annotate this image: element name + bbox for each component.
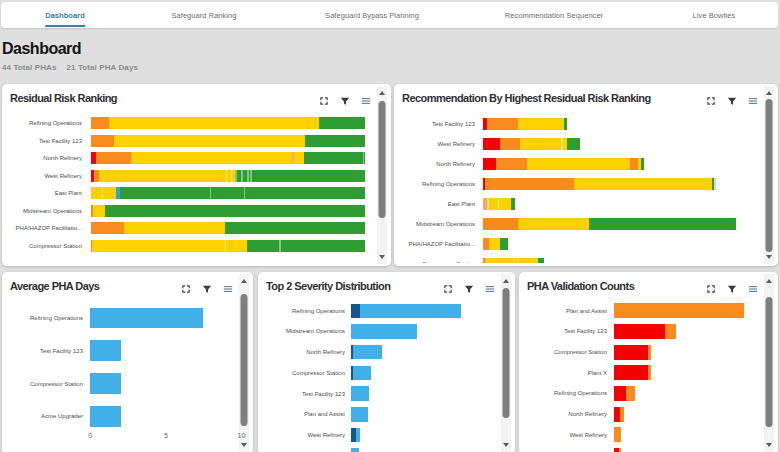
fullscreen-icon[interactable] — [443, 284, 453, 294]
bar-segment-red[interactable] — [614, 345, 649, 360]
bar-segment-lightblue[interactable] — [360, 304, 461, 319]
bar-segment-red[interactable] — [483, 158, 496, 170]
filter-icon[interactable] — [727, 96, 737, 106]
bar-segment-lightblue[interactable] — [351, 386, 369, 401]
bar-segment-lightblue[interactable] — [90, 406, 120, 427]
scroll-down-icon[interactable] — [766, 443, 772, 447]
bar-segment-lightblue[interactable] — [351, 407, 367, 422]
bar-segment-yellow[interactable] — [99, 170, 226, 182]
bar-segment-yellow[interactable] — [91, 187, 103, 199]
bar-segment-yellow[interactable] — [518, 118, 564, 130]
bar-segment-orange[interactable] — [665, 324, 677, 339]
bar-segment-yellow[interactable] — [109, 117, 318, 129]
scrollbar-thumb[interactable] — [766, 297, 773, 427]
bar-segment-lightblue[interactable] — [353, 345, 382, 360]
card-scrollbar[interactable] — [501, 274, 511, 452]
bar-segment-orange[interactable] — [91, 117, 110, 129]
bar-segment-green[interactable] — [319, 117, 365, 129]
tab-safeguard-ranking[interactable]: Safeguard Ranking — [171, 2, 236, 28]
bar-segment-red[interactable] — [614, 386, 626, 401]
bar-segment-green[interactable] — [305, 135, 365, 147]
bar-segment-yellow[interactable] — [489, 238, 500, 250]
scroll-down-icon[interactable] — [379, 255, 385, 259]
bar-segment-green[interactable] — [304, 152, 362, 164]
bar-segment-lightblue[interactable] — [351, 448, 358, 452]
bar-segment-yellow[interactable] — [131, 152, 292, 164]
scrollbar-thumb[interactable] — [766, 99, 773, 252]
bar-segment-yellow[interactable] — [489, 198, 497, 210]
scrollbar-thumb[interactable] — [379, 101, 386, 218]
bar-segment-darkblue[interactable] — [351, 304, 359, 319]
bar-segment-green[interactable] — [247, 240, 279, 252]
bar-segment-orange[interactable] — [496, 158, 527, 170]
bar-segment-orange[interactable] — [483, 218, 518, 230]
bar-segment-green[interactable] — [641, 158, 645, 170]
bar-segment-orange[interactable] — [648, 345, 651, 360]
bar-segment-orange[interactable] — [648, 365, 651, 380]
bar-segment-yellow[interactable] — [93, 205, 105, 217]
menu-icon[interactable] — [485, 284, 495, 294]
bar-segment-green[interactable] — [211, 187, 244, 199]
scroll-up-icon[interactable] — [379, 91, 385, 95]
tab-safeguard-bypass-planning[interactable]: Safeguard Bypass Planning — [325, 2, 419, 28]
bar-segment-orange[interactable] — [91, 222, 124, 234]
menu-icon[interactable] — [748, 96, 758, 106]
bar-segment-green[interactable] — [252, 170, 365, 182]
bar-segment-green[interactable] — [589, 218, 735, 230]
bar-segment-orange[interactable] — [485, 178, 573, 190]
scrollbar-thumb[interactable] — [241, 294, 248, 426]
bar-segment-yellow[interactable] — [226, 240, 247, 252]
bar-segment-green[interactable] — [500, 238, 508, 250]
bar-segment-orange[interactable] — [487, 118, 518, 130]
bar-segment-yellow[interactable] — [574, 178, 712, 190]
bar-segment-green[interactable] — [511, 198, 515, 210]
bar-segment-orange[interactable] — [614, 427, 621, 442]
bar-segment-orange[interactable] — [614, 303, 745, 318]
bar-segment-green[interactable] — [567, 138, 580, 150]
filter-icon[interactable] — [202, 284, 212, 294]
fullscreen-icon[interactable] — [319, 96, 329, 106]
bar-segment-lightblue[interactable] — [90, 373, 120, 394]
bar-segment-green[interactable] — [105, 205, 365, 217]
bar-segment-yellow[interactable] — [124, 222, 225, 234]
filter-icon[interactable] — [464, 284, 474, 294]
bar-segment-lightblue[interactable] — [353, 366, 371, 381]
bar-segment-yellow[interactable] — [520, 138, 561, 150]
bar-segment-yellow[interactable] — [92, 240, 225, 252]
bar-segment-red[interactable] — [483, 138, 500, 150]
card-scrollbar[interactable] — [764, 274, 774, 452]
bar-segment-orange[interactable] — [630, 158, 638, 170]
scroll-down-icon[interactable] — [241, 443, 247, 447]
tab-recommendation-sequencer[interactable]: Recommendation Sequencer — [505, 2, 603, 28]
bar-segment-yellow[interactable] — [294, 152, 304, 164]
bar-segment-green[interactable] — [364, 152, 365, 164]
filter-icon[interactable] — [727, 284, 737, 294]
bar-segment-yellow[interactable] — [518, 218, 589, 230]
fullscreen-icon[interactable] — [706, 284, 716, 294]
card-scrollbar[interactable] — [377, 86, 387, 264]
bar-segment-lightblue[interactable] — [356, 428, 360, 443]
menu-icon[interactable] — [361, 96, 371, 106]
bar-segment-yellow[interactable] — [527, 158, 629, 170]
tab-live-bowties[interactable]: Live Bowties — [693, 2, 736, 28]
scroll-up-icon[interactable] — [241, 279, 247, 283]
scroll-up-icon[interactable] — [766, 91, 772, 95]
bar-segment-gray[interactable] — [714, 178, 716, 190]
bar-segment-red[interactable] — [614, 365, 648, 380]
filter-icon[interactable] — [340, 96, 350, 106]
bar-segment-yellow[interactable] — [103, 187, 116, 199]
bar-segment-yellow[interactable] — [114, 135, 305, 147]
menu-icon[interactable] — [748, 284, 758, 294]
bar-segment-orange[interactable] — [626, 386, 635, 401]
bar-segment-orange[interactable] — [91, 135, 115, 147]
scroll-down-icon[interactable] — [503, 443, 509, 447]
bar-segment-green[interactable] — [564, 118, 567, 130]
bar-segment-lightblue[interactable] — [90, 308, 203, 329]
tab-dashboard[interactable]: Dashboard — [45, 2, 85, 28]
bar-segment-orange[interactable] — [620, 407, 624, 422]
menu-icon[interactable] — [223, 284, 233, 294]
scroll-down-icon[interactable] — [766, 255, 772, 259]
card-scrollbar[interactable] — [764, 86, 774, 264]
bar-segment-green[interactable] — [245, 187, 365, 199]
bar-segment-green[interactable] — [120, 187, 210, 199]
